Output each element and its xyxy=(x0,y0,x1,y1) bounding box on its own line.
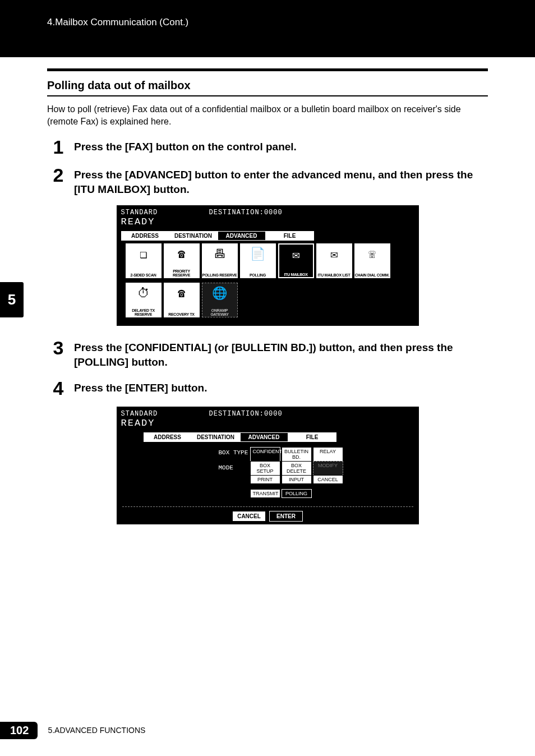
step-number: 1 xyxy=(47,137,70,156)
top-rule xyxy=(47,68,488,71)
label-box-type: BOX TYPE xyxy=(219,449,248,456)
tab-address[interactable]: ADDRESS xyxy=(144,432,192,442)
step-2: 2 Press the [ADVANCED] button to enter t… xyxy=(47,165,488,196)
lcd-standard: STANDARD xyxy=(121,410,158,418)
cancel-button[interactable]: CANCEL xyxy=(313,475,343,484)
tab-advanced[interactable]: ADVANCED xyxy=(240,432,288,442)
relay-button[interactable]: RELAY xyxy=(313,447,343,462)
lcd-tabs: ADDRESS DESTINATION ADVANCED FILE xyxy=(144,432,336,442)
tab-address[interactable]: ADDRESS xyxy=(121,231,169,241)
step-text: Press the [FAX] button on the control pa… xyxy=(74,137,297,154)
footer-text: 5.ADVANCED FUNCTIONS xyxy=(48,726,145,735)
tab-destination[interactable]: DESTINATION xyxy=(169,231,218,241)
section-intro: How to poll (retrieve) Fax data out of a… xyxy=(47,103,488,127)
onramp-gateway-button[interactable]: 🌐ONRAMP GATEWAY xyxy=(202,283,238,317)
recovery-tx-label: RECOVERY TX xyxy=(164,312,199,316)
recovery-tx-button[interactable]: ☎RECOVERY TX xyxy=(164,283,200,317)
confidential-button[interactable]: CONFIDENTIAL xyxy=(250,447,280,462)
lcd-destination-counter: DESTINATION:0000 xyxy=(209,410,283,418)
two-sided-scan-button[interactable]: ❏2-SIDED SCAN xyxy=(126,243,162,278)
recovery-tx-icon: ☎ xyxy=(164,288,199,301)
polling-icon: 📄 xyxy=(241,249,275,261)
lcd-ready: READY xyxy=(121,418,155,428)
input-button[interactable]: INPUT xyxy=(282,475,312,484)
priority-reserve-label: PRIORITY RESERVE xyxy=(164,269,199,277)
polling-label: POLLING xyxy=(241,273,275,277)
cancel-bottom-button[interactable]: CANCEL xyxy=(232,511,266,522)
delayed-tx-reserve-label: DELAYED TX RESERVE xyxy=(126,308,161,316)
two-sided-scan-label: 2-SIDED SCAN xyxy=(126,273,161,277)
step-number: 2 xyxy=(47,165,70,185)
bulletin-bd-button[interactable]: BULLETIN BD. xyxy=(282,447,312,462)
chapter-number: 5 xyxy=(8,291,16,308)
step-1: 1 Press the [FAX] button on the control … xyxy=(47,137,488,156)
polling-button[interactable]: POLLING xyxy=(282,489,312,498)
modify-button: MODIFY xyxy=(313,461,343,476)
polling-reserve-icon: 🖷 xyxy=(202,249,237,261)
lcd-ready: READY xyxy=(121,216,155,227)
step-number: 3 xyxy=(47,338,70,357)
transmit-button[interactable]: TRANSMIT xyxy=(250,489,280,498)
label-mode: MODE xyxy=(219,464,233,471)
two-sided-scan-icon: ❏ xyxy=(126,249,161,261)
lcd-destination-counter: DESTINATION:0000 xyxy=(209,209,283,216)
lcd-screenshot-itu-mailbox: STANDARD DESTINATION:0000 READY ADDRESS … xyxy=(117,407,419,524)
step-text: Press the [ENTER] button. xyxy=(74,379,207,395)
itu-mailbox-icon: ✉ xyxy=(279,250,313,262)
chain-dial-comm-button[interactable]: ☏CHAIN DIAL COMM. xyxy=(354,243,390,278)
step-4: 4 Press the [ENTER] button. xyxy=(47,379,488,398)
chain-dial-comm-icon: ☏ xyxy=(355,249,390,261)
itu-mailbox-list-button[interactable]: ✉ITU MAILBOX LIST xyxy=(316,243,352,278)
priority-reserve-icon: ☎ xyxy=(164,249,199,261)
lcd-screenshot-advanced: STANDARD DESTINATION:0000 READY ADDRESS … xyxy=(117,205,419,326)
chapter-side-tab: 5 xyxy=(0,282,24,317)
top-header-band: 4.Mailbox Communication (Cont.) xyxy=(0,0,535,57)
box-setup-button[interactable]: BOX SETUP xyxy=(250,461,280,476)
section-title: Polling data out of mailbox xyxy=(47,79,488,96)
enter-button[interactable]: ENTER xyxy=(269,511,303,522)
page-number: 102 xyxy=(0,722,38,739)
onramp-gateway-icon: 🌐 xyxy=(202,288,237,301)
step-number: 4 xyxy=(47,379,70,398)
tab-file[interactable]: FILE xyxy=(288,432,336,442)
lcd-standard: STANDARD xyxy=(121,209,158,216)
polling-reserve-button[interactable]: 🖷POLLING RESERVE xyxy=(202,243,238,278)
lcd-divider xyxy=(122,506,413,507)
onramp-gateway-label: ONRAMP GATEWAY xyxy=(202,308,237,316)
breadcrumb: 4.Mailbox Communication (Cont.) xyxy=(47,17,188,27)
itu-mailbox-button[interactable]: ✉ITU MAILBOX xyxy=(278,243,314,278)
page-footer: 102 5.ADVANCED FUNCTIONS xyxy=(0,720,535,740)
priority-reserve-button[interactable]: ☎PRIORITY RESERVE xyxy=(164,243,200,278)
chain-dial-comm-label: CHAIN DIAL COMM. xyxy=(355,273,390,277)
polling-button[interactable]: 📄POLLING xyxy=(240,243,276,278)
tab-advanced[interactable]: ADVANCED xyxy=(218,231,266,241)
tab-destination[interactable]: DESTINATION xyxy=(192,432,240,442)
polling-reserve-label: POLLING RESERVE xyxy=(202,273,237,277)
step-text: Press the [CONFIDENTIAL] (or [BULLETIN B… xyxy=(74,338,488,369)
itu-mailbox-list-icon: ✉ xyxy=(317,249,352,261)
lcd-tabs: ADDRESS DESTINATION ADVANCED FILE xyxy=(121,231,314,241)
itu-mailbox-list-label: ITU MAILBOX LIST xyxy=(317,273,352,277)
delayed-tx-reserve-icon: ⏱ xyxy=(126,288,161,301)
step-3: 3 Press the [CONFIDENTIAL] (or [BULLETIN… xyxy=(47,338,488,369)
print-button[interactable]: PRINT xyxy=(250,475,280,484)
step-text: Press the [ADVANCED] button to enter the… xyxy=(74,165,488,196)
itu-mailbox-label: ITU MAILBOX xyxy=(279,273,313,276)
delayed-tx-reserve-button[interactable]: ⏱DELAYED TX RESERVE xyxy=(126,283,162,317)
tab-file[interactable]: FILE xyxy=(266,231,314,241)
box-delete-button[interactable]: BOX DELETE xyxy=(282,461,312,476)
